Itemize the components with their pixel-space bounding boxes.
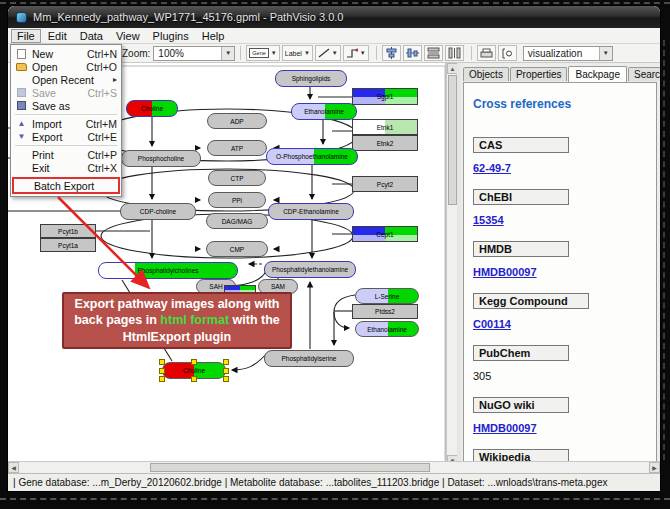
backpage-section: Kegg Compound C00114 bbox=[473, 293, 648, 332]
menu-item-import[interactable]: ▲ Import Ctrl+M bbox=[12, 117, 120, 130]
selection-handle[interactable] bbox=[223, 368, 229, 374]
canvas-vertical-scrollbar[interactable]: ▲ ▼ bbox=[446, 63, 457, 467]
pathway-node-choline-top[interactable]: Choline bbox=[126, 100, 178, 117]
selection-handle[interactable] bbox=[159, 376, 165, 382]
menu-item-new[interactable]: New Ctrl+N bbox=[12, 47, 120, 60]
pathway-node-etnk2[interactable]: Etnk2 bbox=[352, 135, 418, 151]
selection-handle[interactable] bbox=[223, 359, 229, 365]
visualization-value: visualization bbox=[528, 48, 582, 59]
menu-data[interactable]: Data bbox=[74, 29, 109, 43]
scroll-left-icon[interactable]: ◀ bbox=[8, 462, 19, 473]
pathway-node-dag-mag[interactable]: DAG/MAG bbox=[206, 213, 268, 229]
menu-edit[interactable]: Edit bbox=[42, 29, 73, 43]
pathway-node-cmp[interactable]: CMP bbox=[206, 241, 268, 257]
side-panel: Objects Properties Backpage Search Legen… bbox=[461, 63, 660, 467]
xref-link[interactable]: 15354 bbox=[473, 214, 504, 226]
zoom-combobox[interactable]: 100% ▼ bbox=[153, 46, 235, 61]
xref-link[interactable]: C00114 bbox=[473, 318, 511, 330]
pathway-node-phosphocholine[interactable]: Phosphocholine bbox=[121, 150, 201, 167]
visualization-combobox[interactable]: visualization ▼ bbox=[523, 46, 613, 61]
backpage-section: CAS 62-49-7 bbox=[473, 137, 648, 176]
align-center-y-button[interactable] bbox=[403, 45, 422, 61]
menu-item-export[interactable]: ▼ Export Ctrl+E bbox=[12, 130, 120, 143]
menu-view[interactable]: View bbox=[110, 29, 146, 43]
selection-handle[interactable] bbox=[159, 368, 165, 374]
tab-objects[interactable]: Objects bbox=[463, 67, 509, 81]
pathway-node-sphingolipids[interactable]: Sphingolipids bbox=[275, 70, 347, 87]
pathway-node-l-serine[interactable]: L-Serine bbox=[355, 288, 419, 304]
menu-item-open[interactable]: Open Ctrl+O bbox=[12, 60, 120, 73]
chevron-down-icon[interactable]: ▼ bbox=[271, 50, 277, 56]
pathway-node-etnk1[interactable]: Etnk1 bbox=[352, 119, 418, 135]
pathway-node-ctp[interactable]: CTP bbox=[208, 170, 266, 186]
pathway-node-ptdss2[interactable]: Ptdss2 bbox=[352, 304, 418, 319]
pathway-node-o-phosphoethanolamine[interactable]: O-Phosphoethanolamine bbox=[266, 148, 358, 165]
menu-plugins[interactable]: Plugins bbox=[147, 29, 195, 43]
pathway-node-pcyt2[interactable]: Pcyt2 bbox=[352, 176, 418, 192]
tab-search[interactable]: Search bbox=[628, 67, 660, 81]
pathway-node-cdp-choline[interactable]: CDP-choline bbox=[120, 203, 196, 220]
menu-item-batch-export[interactable]: Batch Export bbox=[12, 177, 120, 194]
pathway-node-label: PPi bbox=[232, 197, 242, 204]
tab-properties[interactable]: Properties bbox=[510, 67, 568, 81]
new-datanode-button[interactable]: Gene ▼ bbox=[246, 45, 279, 61]
menu-item-print[interactable]: Print Ctrl+P bbox=[12, 148, 120, 161]
pathway-node-cdp-ethanolamine[interactable]: CDP-Ethanolamine bbox=[268, 203, 354, 220]
selection-handle[interactable] bbox=[159, 359, 165, 365]
menu-item-exit[interactable]: Exit Ctrl+X bbox=[12, 161, 120, 174]
menu-file[interactable]: File bbox=[11, 29, 41, 43]
menu-separator bbox=[15, 145, 117, 146]
highlight-button[interactable] bbox=[498, 45, 517, 61]
pathway-node-adp[interactable]: ADP bbox=[207, 113, 267, 129]
pathway-node-pcyt1a[interactable]: Pcyt1a bbox=[40, 238, 96, 252]
new-connector-button[interactable]: ▼ bbox=[343, 45, 369, 61]
print-button[interactable] bbox=[477, 45, 496, 61]
vertical-scroll-thumb[interactable] bbox=[448, 75, 457, 205]
horizontal-scroll-thumb[interactable] bbox=[150, 463, 430, 472]
distribute-horizontal-icon bbox=[427, 47, 440, 59]
selection-handle[interactable] bbox=[191, 376, 197, 382]
distribute-vertical-button[interactable] bbox=[445, 45, 464, 61]
side-panel-tabs: Objects Properties Backpage Search Legen… bbox=[463, 65, 660, 81]
pathway-node-label: O-Phosphoethanolamine bbox=[276, 153, 348, 160]
pathway-node-phosphatidylcholines[interactable]: Phosphatidylcholines bbox=[98, 262, 238, 279]
new-label-button[interactable]: Label ▼ bbox=[282, 45, 313, 61]
chevron-down-icon[interactable]: ▼ bbox=[599, 47, 612, 60]
section-header-hmdb: HMDB bbox=[473, 241, 569, 257]
chevron-down-icon[interactable]: ▼ bbox=[360, 50, 366, 56]
horizontal-scrollbar[interactable]: ◀ ▶ bbox=[8, 461, 660, 473]
chevron-down-icon[interactable]: ▼ bbox=[332, 50, 338, 56]
menu-item-save-as[interactable]: Save as bbox=[12, 99, 120, 112]
menu-help[interactable]: Help bbox=[196, 29, 231, 43]
backpage-panel: Cross references CAS 62-49-7 ChEBI 15354… bbox=[463, 82, 657, 465]
chevron-down-icon[interactable]: ▼ bbox=[304, 50, 310, 56]
pathway-node-sgpl1[interactable]: Sgpl1 bbox=[352, 88, 418, 105]
align-center-x-button[interactable] bbox=[382, 45, 401, 61]
pathway-node-ethanolamine-top[interactable]: Ethanolamine bbox=[291, 103, 357, 120]
new-document-icon bbox=[15, 49, 28, 59]
pathway-node-ppi[interactable]: PPi bbox=[208, 192, 266, 208]
line-icon bbox=[318, 48, 330, 58]
pathway-node-cept1[interactable]: Cept1 bbox=[352, 226, 418, 242]
selection-handle[interactable] bbox=[223, 376, 229, 382]
pathway-node-phosphatidylserine[interactable]: Phosphatidylserine bbox=[264, 350, 354, 367]
pathway-node-atp[interactable]: ATP bbox=[207, 140, 267, 156]
xref-link[interactable]: HMDB00097 bbox=[473, 266, 537, 278]
xref-link[interactable]: HMDB00097 bbox=[473, 422, 537, 434]
pathway-node-pcyt1b[interactable]: Pcyt1b bbox=[40, 224, 96, 238]
pathway-node-label: Sgpl1 bbox=[377, 93, 394, 100]
callout-text: Export pathway images along with back pa… bbox=[68, 296, 286, 345]
backpage-section: NuGO wiki HMDB00097 bbox=[473, 397, 648, 436]
menu-item-open-recent[interactable]: Open Recent ▸ bbox=[12, 73, 120, 86]
pathway-node-ethanolamine-bottom[interactable]: Ethanolamine bbox=[355, 321, 419, 337]
pathway-node-phosphatidylethanolamine[interactable]: Phosphatidylethanolamine bbox=[264, 261, 356, 278]
new-line-button[interactable]: ▼ bbox=[315, 45, 341, 61]
chevron-down-icon[interactable]: ▼ bbox=[221, 47, 234, 60]
pathway-node-label: SAM bbox=[271, 283, 285, 290]
tab-backpage[interactable]: Backpage bbox=[568, 66, 626, 82]
scroll-right-icon[interactable]: ▶ bbox=[649, 462, 660, 473]
distribute-horizontal-button[interactable] bbox=[424, 45, 443, 61]
xref-link[interactable]: 62-49-7 bbox=[473, 162, 511, 174]
selection-handle[interactable] bbox=[191, 359, 197, 365]
pathway-node-label: Ptdss2 bbox=[375, 308, 395, 315]
